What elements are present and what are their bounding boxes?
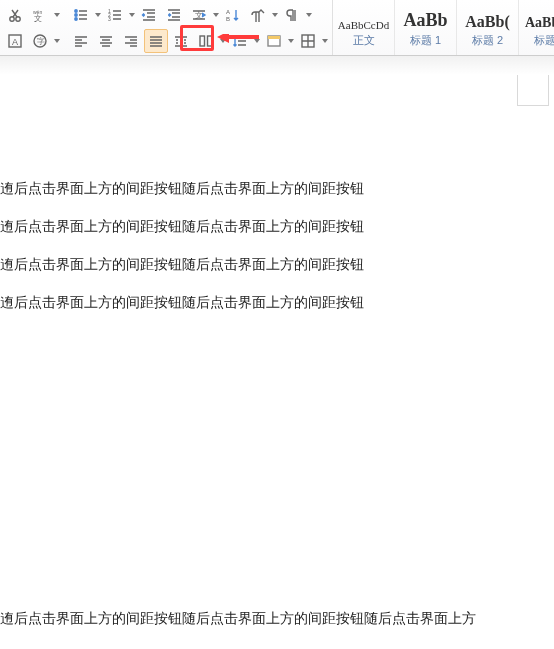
sort-icon[interactable]: AB (221, 3, 245, 27)
style-name: 正文 (353, 33, 375, 48)
style-preview: AaBbC( (525, 7, 554, 31)
align-distribute-icon[interactable] (169, 29, 193, 53)
paragraph-marks-icon[interactable] (246, 3, 270, 27)
borders-icon[interactable] (296, 29, 320, 53)
paragraph-group: 123 文 AB (66, 0, 332, 55)
paragraph[interactable]: 迶后点击界面上方的间距按钮随后点击界面上方的间距按钮 (0, 256, 364, 274)
svg-text:A: A (12, 37, 18, 47)
svg-text:A: A (226, 9, 230, 15)
numbering-dropdown[interactable] (128, 4, 136, 26)
style-name: 标题 1 (410, 33, 441, 48)
svg-text:文: 文 (195, 11, 203, 20)
bullets-icon[interactable] (69, 3, 93, 27)
phonetic-dropdown[interactable] (53, 4, 61, 26)
align-right-icon[interactable] (119, 29, 143, 53)
ribbon-toolbar: wén文 A 字 123 文 AB (0, 0, 554, 56)
outdent-icon[interactable] (137, 3, 161, 27)
para-marks-dropdown[interactable] (271, 4, 279, 26)
clipboard-group: wén文 A 字 (0, 0, 64, 55)
svg-point-9 (75, 13, 77, 15)
style-name: 标题 3 (534, 33, 554, 48)
paragraph[interactable]: 迶后点击界面上方的间距按钮随后点击界面上方的间距按钮 (0, 180, 364, 198)
enclose-dropdown[interactable] (53, 30, 61, 52)
style-normal[interactable]: AaBbCcDd 正文 (333, 0, 395, 55)
svg-text:文: 文 (34, 14, 42, 23)
svg-point-10 (75, 17, 77, 19)
enclose-char-icon[interactable]: 字 (28, 29, 52, 53)
tabs-icon[interactable]: 文 (187, 3, 211, 27)
shading-dropdown[interactable] (287, 30, 295, 52)
tabs-dropdown[interactable] (212, 4, 220, 26)
svg-rect-20 (268, 36, 280, 39)
svg-text:字: 字 (37, 37, 45, 46)
align-left-icon[interactable] (69, 29, 93, 53)
columns-dropdown[interactable] (219, 30, 227, 52)
style-heading1[interactable]: AaBb 标题 1 (395, 0, 457, 55)
svg-text:3: 3 (108, 16, 111, 22)
style-preview: AaBb( (465, 7, 509, 31)
style-preview: AaBbCcDd (338, 7, 389, 31)
line-spacing-icon[interactable] (228, 29, 252, 53)
indent-icon[interactable] (162, 3, 186, 27)
svg-point-1 (16, 16, 20, 20)
paragraph[interactable]: 迶后点击界面上方的间距按钮随后点击界面上方的间距按钮随后点击界面上方 (0, 610, 476, 628)
numbering-icon[interactable]: 123 (103, 3, 127, 27)
ribbon-shadow (0, 55, 554, 75)
borders-dropdown[interactable] (321, 30, 329, 52)
document-page[interactable]: 迶后点击界面上方的间距按钮随后点击界面上方的间距按钮 迶后点击界面上方的间距按钮… (0, 75, 554, 649)
bullets-dropdown[interactable] (94, 4, 102, 26)
svg-rect-17 (200, 36, 205, 46)
align-center-icon[interactable] (94, 29, 118, 53)
line-spacing-dropdown[interactable] (253, 30, 261, 52)
shading-icon[interactable] (262, 29, 286, 53)
paragraph[interactable]: 迶后点击界面上方的间距按钮随后点击界面上方的间距按钮 (0, 218, 364, 236)
svg-point-8 (75, 9, 77, 11)
character-border-icon[interactable]: A (3, 29, 27, 53)
pilcrow-dropdown[interactable] (305, 4, 313, 26)
paragraph[interactable]: 迶后点击界面上方的间距按钮随后点击界面上方的间距按钮 (0, 294, 364, 312)
style-heading2[interactable]: AaBb( 标题 2 (457, 0, 519, 55)
columns-icon[interactable] (194, 29, 218, 53)
pilcrow-icon[interactable] (280, 3, 304, 27)
style-preview: AaBb (403, 7, 447, 31)
phonetic-guide-icon[interactable]: wén文 (28, 3, 52, 27)
svg-point-0 (10, 16, 14, 20)
styles-gallery: AaBbCcDd 正文 AaBb 标题 1 AaBb( 标题 2 AaBbC( … (332, 0, 554, 55)
cut-icon[interactable] (3, 3, 27, 27)
svg-rect-18 (208, 36, 213, 46)
style-name: 标题 2 (472, 33, 503, 48)
align-justify-icon[interactable] (144, 29, 168, 53)
style-heading3[interactable]: AaBbC( 标题 3 (519, 0, 554, 55)
svg-text:B: B (226, 16, 230, 22)
